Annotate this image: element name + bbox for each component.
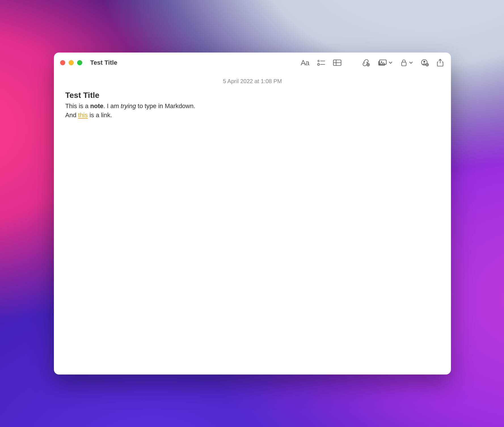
- desktop-wallpaper: Test Title Aa: [0, 0, 504, 427]
- collaborate-icon: [421, 59, 429, 66]
- note-title[interactable]: Test Title: [65, 91, 440, 100]
- table-icon: [333, 59, 341, 66]
- table-button[interactable]: [333, 59, 341, 66]
- note-content-area[interactable]: 5 April 2022 at 1:08 PM Test Title This …: [54, 73, 451, 375]
- toolbar: Aa: [301, 58, 444, 67]
- media-button[interactable]: [378, 59, 393, 66]
- text-segment: . I am: [103, 102, 121, 110]
- chevron-down-icon: [409, 61, 413, 65]
- window-close-button[interactable]: [60, 60, 65, 65]
- text-segment: is a link.: [88, 112, 112, 119]
- link-button[interactable]: [361, 59, 370, 66]
- note-link[interactable]: this: [78, 112, 88, 119]
- note-timestamp: 5 April 2022 at 1:08 PM: [65, 78, 440, 85]
- svg-point-1: [318, 64, 320, 66]
- format-text-icon: Aa: [301, 58, 309, 67]
- note-line-1[interactable]: This is a note. I am trying to type in M…: [65, 102, 440, 111]
- lock-icon: [400, 59, 407, 66]
- checklist-button[interactable]: [317, 59, 325, 66]
- text-segment: to type in Markdown.: [136, 102, 195, 110]
- notes-window: Test Title Aa: [54, 52, 451, 375]
- window-minimize-button[interactable]: [69, 60, 74, 65]
- italic-text: trying: [121, 102, 136, 110]
- svg-point-13: [381, 61, 382, 62]
- toolbar-group-attach: [361, 59, 444, 67]
- window-fullscreen-button[interactable]: [77, 60, 82, 65]
- bold-text: note: [90, 102, 103, 110]
- note-body[interactable]: This is a note. I am trying to type in M…: [65, 102, 440, 120]
- collaborate-button[interactable]: [421, 59, 429, 66]
- svg-point-16: [423, 61, 425, 63]
- chevron-down-icon: [389, 61, 393, 65]
- window-titlebar[interactable]: Test Title Aa: [54, 52, 451, 73]
- photos-icon: [378, 59, 387, 66]
- svg-rect-14: [402, 62, 406, 66]
- link-attachment-icon: [361, 59, 370, 66]
- format-button[interactable]: Aa: [301, 58, 309, 67]
- text-segment: This is a: [65, 102, 90, 110]
- toolbar-group-format: Aa: [301, 58, 341, 67]
- text-segment: And: [65, 112, 78, 119]
- note-line-2[interactable]: And this is a link.: [65, 111, 440, 120]
- share-icon: [437, 59, 444, 67]
- lock-button[interactable]: [400, 59, 413, 66]
- window-title: Test Title: [90, 59, 117, 66]
- traffic-lights: [60, 60, 82, 65]
- checklist-icon: [317, 59, 325, 66]
- share-button[interactable]: [437, 59, 444, 67]
